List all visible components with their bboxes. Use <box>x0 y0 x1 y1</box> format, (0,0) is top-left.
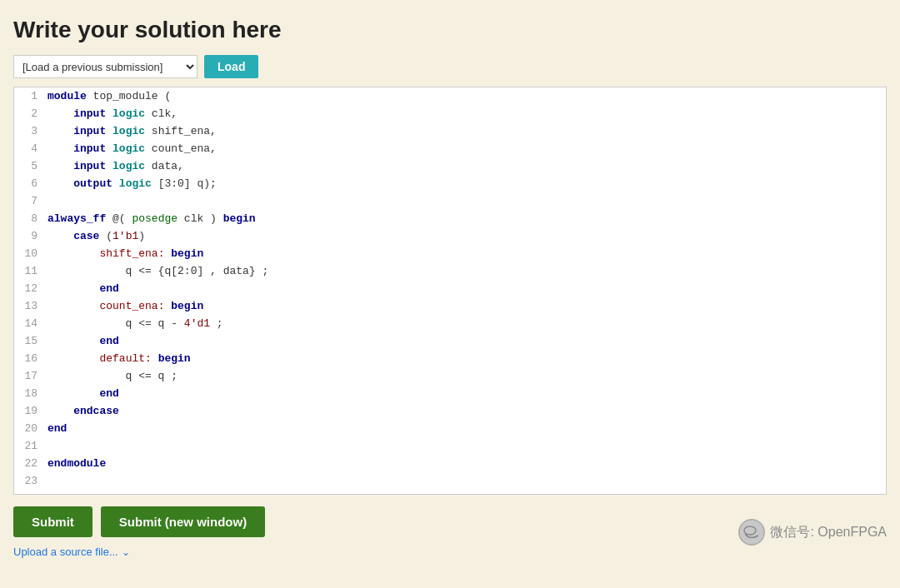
line-number: 2 <box>14 105 44 122</box>
line-code: q <= {q[2:0] , data} ; <box>44 262 886 280</box>
table-row: 13 count_ena: begin <box>14 297 886 315</box>
table-row: 5 input logic data, <box>14 157 886 175</box>
line-number: 16 <box>14 350 44 367</box>
line-code: end <box>44 280 886 297</box>
table-row: 8 always_ff @( posedge clk ) begin <box>14 210 886 227</box>
table-row: 19 endcase <box>14 402 886 420</box>
table-row: 11 q <= {q[2:0] , data} ; <box>14 262 886 280</box>
line-code: endcase <box>44 402 886 420</box>
line-number: 1 <box>14 87 44 105</box>
svg-point-0 <box>739 520 764 545</box>
watermark: 微信号: OpenFPGA <box>738 519 887 546</box>
table-row: 2 input logic clk, <box>14 105 886 122</box>
line-code <box>44 437 886 455</box>
line-number: 22 <box>14 455 44 472</box>
line-number: 21 <box>14 437 44 455</box>
line-number: 13 <box>14 297 44 315</box>
table-row: 20 end <box>14 420 886 437</box>
line-code: default: begin <box>44 350 886 367</box>
upload-label: Upload a source file... <box>13 546 118 558</box>
table-row: 14 q <= q - 4'd1 ; <box>14 315 886 332</box>
bottom-bar: Submit Submit (new window) Upload a sour… <box>13 506 887 558</box>
line-code: input logic count_ena, <box>44 140 886 157</box>
line-number: 17 <box>14 367 44 385</box>
submission-select[interactable]: [Load a previous submission] <box>13 55 198 78</box>
table-row: 7 <box>14 192 886 210</box>
upload-source-link[interactable]: Upload a source file... ⌄ <box>13 546 265 558</box>
line-number: 14 <box>14 315 44 332</box>
line-code: output logic [3:0] q); <box>44 175 886 192</box>
line-number: 5 <box>14 157 44 175</box>
line-number: 12 <box>14 280 44 297</box>
line-number: 23 <box>14 472 44 490</box>
table-row: 9 case (1'b1) <box>14 227 886 245</box>
page-title: Write your solution here <box>13 17 887 43</box>
line-code: always_ff @( posedge clk ) begin <box>44 210 886 227</box>
line-code: end <box>44 420 886 437</box>
line-code: input logic shift_ena, <box>44 122 886 140</box>
line-code: module top_module ( <box>44 87 886 105</box>
line-number: 11 <box>14 262 44 280</box>
table-row: 3 input logic shift_ena, <box>14 122 886 140</box>
table-row: 12 end <box>14 280 886 297</box>
table-row: 18 end <box>14 385 886 402</box>
line-number: 20 <box>14 420 44 437</box>
bottom-left: Submit Submit (new window) Upload a sour… <box>13 506 265 558</box>
line-number: 8 <box>14 210 44 227</box>
line-code <box>44 192 886 210</box>
line-code: shift_ena: begin <box>44 245 886 262</box>
line-code <box>44 472 886 490</box>
chevron-down-icon: ⌄ <box>122 546 130 558</box>
table-row: 10 shift_ena: begin <box>14 245 886 262</box>
table-row: 22 endmodule <box>14 455 886 472</box>
line-number: 19 <box>14 402 44 420</box>
table-row: 16 default: begin <box>14 350 886 367</box>
line-code: input logic clk, <box>44 105 886 122</box>
line-code: q <= q - 4'd1 ; <box>44 315 886 332</box>
table-row: 4 input logic count_ena, <box>14 140 886 157</box>
line-code: end <box>44 332 886 350</box>
line-code: count_ena: begin <box>44 297 886 315</box>
submit-button[interactable]: Submit <box>13 506 92 537</box>
line-code: case (1'b1) <box>44 227 886 245</box>
table-row: 23 <box>14 472 886 490</box>
line-number: 15 <box>14 332 44 350</box>
load-button[interactable]: Load <box>204 55 258 78</box>
code-editor[interactable]: 1 module top_module ( 2 input logic clk,… <box>13 87 887 495</box>
line-code: input logic data, <box>44 157 886 175</box>
table-row: 21 <box>14 437 886 455</box>
line-number: 10 <box>14 245 44 262</box>
table-row: 17 q <= q ; <box>14 367 886 385</box>
submit-new-window-button[interactable]: Submit (new window) <box>101 506 265 537</box>
table-row: 6 output logic [3:0] q); <box>14 175 886 192</box>
toolbar: [Load a previous submission] Load <box>13 55 887 78</box>
watermark-text: 微信号: OpenFPGA <box>770 524 887 541</box>
line-code: endmodule <box>44 455 886 472</box>
line-code: end <box>44 385 886 402</box>
line-number: 4 <box>14 140 44 157</box>
submit-area: Submit Submit (new window) <box>13 506 265 537</box>
line-number: 7 <box>14 192 44 210</box>
watermark-icon <box>738 519 765 546</box>
line-number: 6 <box>14 175 44 192</box>
line-number: 18 <box>14 385 44 402</box>
table-row: 15 end <box>14 332 886 350</box>
line-code: q <= q ; <box>44 367 886 385</box>
code-table: 1 module top_module ( 2 input logic clk,… <box>14 87 886 490</box>
table-row: 1 module top_module ( <box>14 87 886 105</box>
line-number: 3 <box>14 122 44 140</box>
line-number: 9 <box>14 227 44 245</box>
